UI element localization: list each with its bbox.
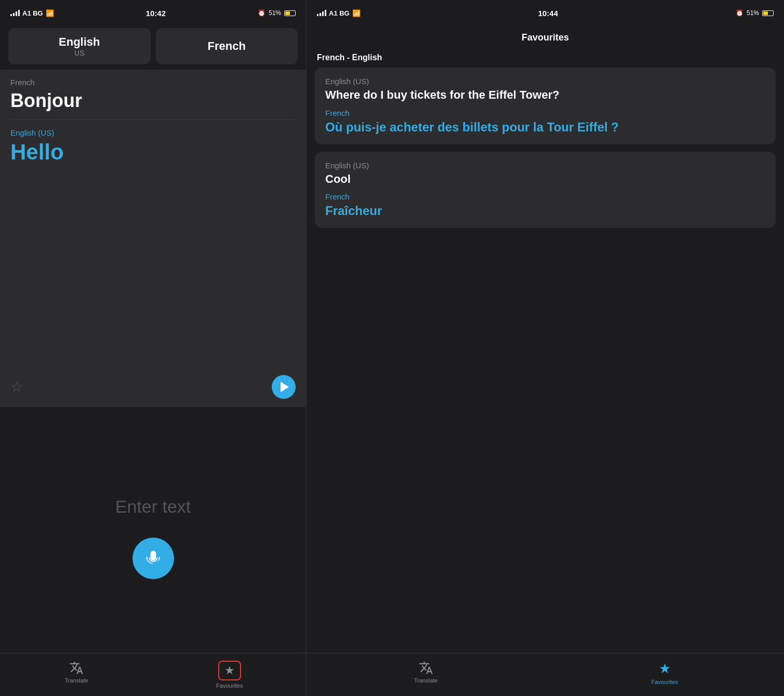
- target-text: Hello: [0, 140, 306, 172]
- tab-favourites-label-left: Favourites: [216, 682, 243, 689]
- signal-icon: [10, 10, 20, 16]
- source-lang-main: English: [59, 35, 100, 49]
- time-left: 10:42: [146, 9, 166, 18]
- fav-card-2-source-text: Cool: [325, 172, 765, 186]
- tab-favourites-label-right: Favourites: [652, 679, 678, 685]
- favourite-star-button[interactable]: ☆: [10, 380, 23, 394]
- status-right-right: ⏰ 51%: [736, 9, 774, 17]
- input-placeholder[interactable]: Enter text: [115, 497, 191, 517]
- tab-translate-label-left: Translate: [65, 677, 88, 684]
- play-icon: [281, 382, 289, 392]
- tab-bar-left: Translate ★ Favourites: [0, 653, 306, 696]
- fav-card-1-target-lang: French: [325, 109, 765, 117]
- time-right: 10:44: [538, 9, 558, 18]
- favourites-star-icon-right: ★: [659, 661, 671, 677]
- status-bar-left: A1 BG 📶 10:42 ⏰ 51%: [0, 0, 306, 23]
- favourites-header: Favourites: [307, 23, 784, 46]
- mic-button[interactable]: [132, 538, 174, 579]
- translation-area: French Bonjour English (US) Hello ☆: [0, 70, 306, 407]
- fav-card-1-target-text: Où puis-je acheter des billets pour la T…: [325, 119, 765, 135]
- target-lang-label: English (US): [0, 120, 306, 140]
- source-lang-sub: US: [74, 49, 84, 57]
- target-lang-button[interactable]: French: [156, 28, 298, 64]
- alarm-icon-right: ⏰: [736, 9, 743, 17]
- favourites-highlight: ★: [218, 661, 241, 680]
- tab-translate-label-right: Translate: [414, 677, 437, 684]
- source-lang-label: French: [0, 70, 306, 90]
- tab-favourites-right[interactable]: ★ Favourites: [546, 659, 785, 687]
- tab-bar-right: Translate ★ Favourites: [307, 653, 784, 696]
- carrier-right: A1 BG: [329, 9, 350, 17]
- phone-right: A1 BG 📶 10:44 ⏰ 51% Favourites French - …: [307, 0, 784, 696]
- source-text: Bonjour: [0, 90, 306, 119]
- battery-pct-right: 51%: [747, 9, 759, 17]
- tab-translate-left[interactable]: Translate: [0, 659, 153, 686]
- signal-icon-right: [317, 10, 326, 16]
- tab-translate-right[interactable]: Translate: [307, 659, 546, 686]
- battery-icon-right: [762, 10, 774, 16]
- tab-favourites-left[interactable]: ★ Favourites: [153, 659, 307, 691]
- fav-card-2-target-text: Fraîcheur: [325, 203, 765, 219]
- fav-card-1-source-lang: English (US): [325, 77, 765, 86]
- input-area: Enter text: [0, 407, 306, 653]
- status-right-left-info: A1 BG 📶: [317, 9, 361, 17]
- fav-card-1-source-text: Where do I buy tickets for the Eiffel To…: [325, 88, 765, 102]
- fav-card-2-source-lang: English (US): [325, 161, 765, 170]
- translate-icon-left: [69, 661, 84, 675]
- target-lang-main: French: [208, 39, 246, 53]
- alarm-icon: ⏰: [258, 9, 265, 17]
- status-left-info: A1 BG 📶: [10, 9, 54, 17]
- page-title: Favourites: [522, 32, 569, 43]
- battery-pct-left: 51%: [269, 9, 281, 17]
- favourites-star-icon-left: ★: [224, 664, 235, 677]
- carrier-left: A1 BG: [22, 9, 43, 17]
- mic-icon: [145, 550, 162, 567]
- wifi-icon-right: 📶: [352, 9, 361, 17]
- wifi-icon: 📶: [46, 9, 54, 17]
- section-label: French - English: [307, 46, 784, 68]
- battery-icon-left: [284, 10, 296, 16]
- source-lang-button[interactable]: English US: [8, 28, 151, 64]
- language-selector: English US French: [0, 23, 306, 70]
- phone-left: A1 BG 📶 10:42 ⏰ 51% English US French Fr…: [0, 0, 307, 696]
- status-bar-right: A1 BG 📶 10:44 ⏰ 51%: [307, 0, 784, 23]
- translate-icon-right: [419, 661, 433, 675]
- fav-card-2[interactable]: English (US) Cool French Fraîcheur: [315, 152, 776, 229]
- play-button[interactable]: [272, 375, 296, 399]
- fav-card-1[interactable]: English (US) Where do I buy tickets for …: [315, 68, 776, 144]
- fav-card-2-target-lang: French: [325, 192, 765, 201]
- translation-actions: ☆: [0, 369, 306, 407]
- status-right-left: ⏰ 51%: [258, 9, 296, 17]
